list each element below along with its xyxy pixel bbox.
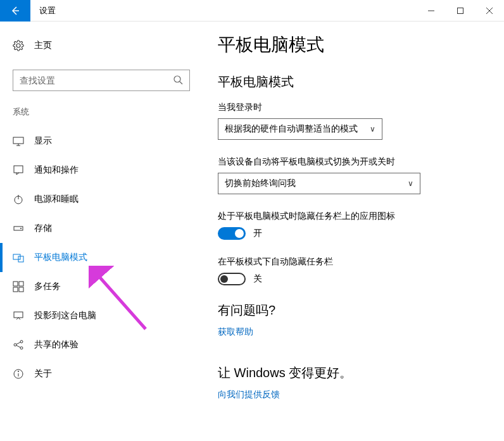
sidebar-item-multitasking[interactable]: 多任务 (0, 272, 203, 301)
sidebar-item-label: 存储 (34, 223, 52, 234)
sidebar-item-projecting[interactable]: 投影到这台电脑 (0, 301, 203, 330)
search-input[interactable] (20, 75, 173, 85)
notification-icon (13, 165, 24, 176)
sidebar-item-shared[interactable]: 共享的体验 (0, 330, 203, 359)
svg-rect-19 (13, 287, 18, 292)
hide-taskbar-label: 在平板模式下自动隐藏任务栏 (218, 256, 485, 268)
multitask-icon (13, 281, 24, 292)
search-icon (173, 75, 183, 87)
get-help-link[interactable]: 获取帮助 (218, 326, 253, 338)
sidebar-item-about[interactable]: 关于 (0, 359, 203, 388)
minimize-icon (427, 7, 435, 15)
sidebar-item-label: 通知和操作 (34, 165, 79, 176)
minimize-button[interactable] (417, 0, 446, 22)
sidebar: 主页 系统 显示 通知和操作 电源和睡眠 存储 平板电脑模式 (0, 22, 203, 441)
svg-point-5 (174, 76, 180, 82)
close-button[interactable] (475, 0, 504, 22)
share-icon (13, 339, 24, 351)
sidebar-home-label: 主页 (34, 40, 52, 51)
storage-icon (13, 223, 24, 234)
hide-taskbar-toggle[interactable] (218, 273, 246, 285)
signin-select-value: 根据我的硬件自动调整适当的模式 (225, 123, 358, 135)
window-title: 设置 (30, 5, 56, 16)
switch-select-value: 切换前始终询问我 (225, 178, 296, 189)
tablet-icon (13, 252, 24, 263)
page-title: 平板电脑模式 (218, 33, 485, 57)
sidebar-item-display[interactable]: 显示 (0, 127, 203, 156)
svg-rect-17 (13, 282, 18, 286)
svg-line-26 (16, 345, 20, 347)
section-title: 平板电脑模式 (218, 73, 485, 90)
sidebar-item-label: 多任务 (34, 281, 61, 292)
close-icon (486, 7, 493, 15)
info-icon (13, 368, 24, 380)
svg-point-29 (18, 371, 19, 372)
sidebar-category: 系统 (0, 106, 203, 118)
switch-label: 当该设备自动将平板电脑模式切换为开或关时 (218, 156, 485, 168)
chevron-down-icon: ∨ (408, 179, 413, 188)
signin-select[interactable]: 根据我的硬件自动调整适当的模式 ∨ (218, 118, 382, 140)
svg-point-23 (20, 340, 23, 343)
sidebar-item-label: 显示 (34, 135, 52, 147)
svg-line-6 (180, 82, 182, 84)
hide-taskbar-state: 关 (253, 273, 262, 285)
svg-point-14 (20, 228, 22, 229)
maximize-icon (457, 7, 464, 15)
svg-rect-10 (14, 166, 23, 173)
svg-rect-20 (19, 287, 23, 292)
svg-rect-2 (458, 8, 463, 13)
sidebar-home[interactable]: 主页 (0, 33, 203, 58)
sidebar-item-label: 平板电脑模式 (34, 252, 87, 263)
sidebar-item-label: 投影到这台电脑 (34, 310, 96, 321)
back-button[interactable] (0, 0, 30, 22)
chevron-down-icon: ∨ (370, 125, 375, 134)
switch-select[interactable]: 切换前始终询问我 ∨ (218, 173, 420, 194)
titlebar: 设置 (0, 0, 504, 22)
sidebar-item-storage[interactable]: 存储 (0, 214, 203, 243)
sidebar-item-notifications[interactable]: 通知和操作 (0, 156, 203, 185)
window-controls (417, 0, 504, 22)
svg-rect-21 (14, 312, 23, 318)
hide-icons-label: 处于平板电脑模式时隐藏任务栏上的应用图标 (218, 211, 485, 222)
sidebar-item-power[interactable]: 电源和睡眠 (0, 185, 203, 214)
gear-icon (13, 40, 24, 51)
svg-point-24 (20, 347, 23, 349)
svg-rect-15 (13, 254, 20, 259)
make-better-title: 让 Windows 变得更好。 (218, 364, 485, 382)
svg-point-22 (14, 344, 16, 346)
feedback-link[interactable]: 向我们提供反馈 (218, 389, 280, 401)
sidebar-item-tablet-mode[interactable]: 平板电脑模式 (0, 243, 203, 272)
back-arrow-icon (10, 6, 20, 16)
sidebar-item-label: 关于 (34, 368, 52, 380)
svg-rect-18 (19, 282, 23, 286)
maximize-button[interactable] (446, 0, 475, 22)
main-content: 平板电脑模式 平板电脑模式 当我登录时 根据我的硬件自动调整适当的模式 ∨ 当该… (203, 22, 504, 441)
project-icon (13, 310, 24, 321)
power-icon (13, 194, 24, 205)
svg-rect-7 (13, 137, 23, 144)
sidebar-item-label: 电源和睡眠 (34, 194, 79, 205)
signin-label: 当我登录时 (218, 102, 485, 113)
display-icon (13, 135, 24, 147)
hide-icons-toggle[interactable] (218, 227, 246, 240)
svg-line-25 (16, 342, 20, 344)
help-title: 有问题吗? (218, 302, 485, 319)
sidebar-item-label: 共享的体验 (34, 339, 79, 351)
search-box[interactable] (13, 70, 190, 91)
hide-icons-state: 开 (253, 228, 262, 239)
